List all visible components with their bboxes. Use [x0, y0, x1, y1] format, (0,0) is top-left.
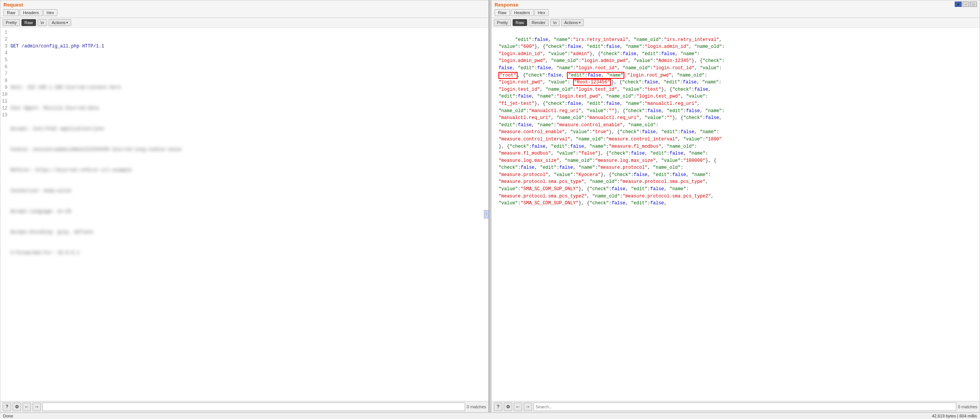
request-bottom-bar: ? ⚙ ← → 0 matches — [0, 401, 488, 412]
request-code-view: 1 2 3 4 5 6 7 8 9 10 11 12 13 GET /admin… — [2, 29, 487, 311]
request-title: Request — [3, 2, 485, 8]
help-btn-left[interactable]: ? — [3, 403, 11, 411]
request-line-10: Accept-Encoding: gzip, deflate — [10, 229, 487, 236]
request-raw-btn[interactable]: Raw — [21, 19, 36, 26]
request-line-4: User-Agent: Mozilla blurred-data — [10, 105, 487, 112]
request-code-lines: GET /admin/config_all.php HTTP/1.1 Host:… — [10, 29, 487, 311]
request-line-1: GET /admin/config_all.php HTTP/1.1 — [10, 43, 487, 50]
request-line-2 — [10, 64, 487, 70]
response-tabs: Raw Headers Hex — [495, 9, 977, 16]
request-content-area[interactable]: 1 2 3 4 5 6 7 8 9 10 11 12 13 GET /admin… — [0, 28, 488, 401]
request-newline-btn[interactable]: \n — [38, 19, 47, 26]
response-panel-header: Response Raw Headers Hex — [492, 0, 980, 18]
response-bottom-bar: ? ⚙ ← → 0 matches — [492, 401, 980, 412]
forward-btn-right[interactable]: → — [524, 403, 532, 411]
settings-btn-left[interactable]: ⚙ — [13, 403, 21, 411]
response-content-area[interactable]: "edit":false, "name":"irs.retry_interval… — [492, 28, 980, 401]
main-container: Request Raw Headers Hex Pretty Raw \n Ac… — [0, 0, 980, 412]
settings-btn-right[interactable]: ⚙ — [504, 403, 512, 411]
response-raw-btn[interactable]: Raw — [513, 19, 527, 26]
tile-icon[interactable]: ⊞ — [955, 2, 962, 7]
request-line-11: X-Forwarded-For: 10.0.0.1 — [10, 249, 487, 256]
request-panel: Request Raw Headers Hex Pretty Raw \n Ac… — [0, 0, 489, 412]
minimize-icon[interactable]: ─ — [962, 2, 969, 7]
status-left: Done — [3, 414, 13, 418]
response-pretty-btn[interactable]: Pretty — [494, 19, 511, 26]
request-line-8: Connection: keep-alive — [10, 187, 487, 194]
request-line-7: Referer: https://blurred-referer-url.exa… — [10, 167, 487, 174]
response-actions-btn[interactable]: Actions ▾ — [561, 19, 584, 26]
response-actions-label: Actions — [564, 20, 578, 25]
response-newline-btn[interactable]: \n — [550, 19, 560, 26]
response-matches-label: 0 matches — [958, 404, 977, 409]
window-controls: ⊞ ─ □ — [955, 2, 977, 7]
forward-btn-left[interactable]: → — [33, 403, 41, 411]
tab-response-raw[interactable]: Raw — [495, 9, 510, 16]
request-line-6: Cookie: session=aabbccddee1122334455 blu… — [10, 146, 487, 153]
request-line-9: Accept-Language: en-US — [10, 208, 487, 215]
back-btn-left[interactable]: ← — [23, 403, 31, 411]
request-search-input[interactable] — [42, 403, 465, 411]
request-actions-btn[interactable]: Actions ▾ — [49, 19, 71, 26]
response-toolbar: Pretty Raw Render \n Actions ▾ — [492, 18, 980, 28]
maximize-icon[interactable]: □ — [970, 2, 977, 7]
tab-request-raw[interactable]: Raw — [3, 9, 19, 16]
chevron-down-icon: ▾ — [66, 21, 68, 24]
status-bar: Done 42,619 bytes | 604 millis — [0, 412, 980, 419]
tab-request-headers[interactable]: Headers — [20, 9, 42, 16]
response-code: "edit":false, "name":"irs.retry_interval… — [493, 29, 978, 214]
status-right: 42,619 bytes | 604 millis — [932, 414, 977, 418]
response-search-input[interactable] — [534, 403, 956, 411]
right-edge-arrow: › — [484, 210, 488, 218]
back-btn-right[interactable]: ← — [514, 403, 522, 411]
response-panel: Response Raw Headers Hex Pretty Raw Rend… — [491, 0, 980, 412]
tab-request-hex[interactable]: Hex — [43, 9, 58, 16]
request-toolbar: Pretty Raw \n Actions ▾ — [0, 18, 488, 28]
chevron-down-icon-right: ▾ — [579, 21, 581, 24]
request-line-3: Host: 192.168.1.100 blurred-content-here — [10, 84, 487, 91]
request-line-12 — [10, 270, 487, 277]
response-title: Response — [495, 2, 977, 8]
tab-response-headers[interactable]: Headers — [511, 9, 534, 16]
request-actions-label: Actions — [52, 20, 65, 25]
request-panel-header: Request Raw Headers Hex — [0, 0, 488, 18]
request-line-numbers: 1 2 3 4 5 6 7 8 9 10 11 12 13 — [2, 29, 10, 311]
request-line-13 — [10, 291, 487, 298]
help-btn-right[interactable]: ? — [494, 403, 502, 411]
request-tabs: Raw Headers Hex — [3, 9, 485, 16]
request-matches-label: 0 matches — [467, 404, 486, 409]
request-pretty-btn[interactable]: Pretty — [3, 19, 20, 26]
tab-response-hex[interactable]: Hex — [534, 9, 549, 16]
request-line-5: Accept: text/html application/json — [10, 126, 487, 132]
response-render-btn[interactable]: Render — [529, 19, 549, 26]
